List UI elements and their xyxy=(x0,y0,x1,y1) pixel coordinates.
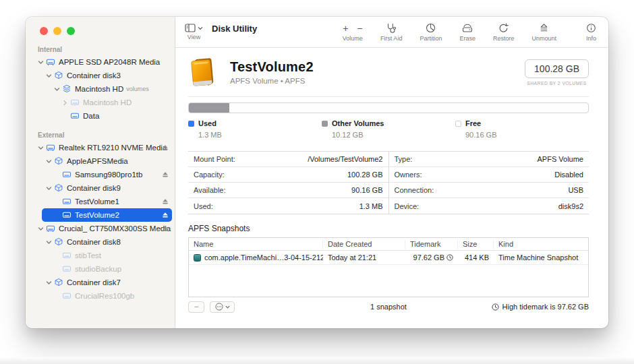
minimize-window-button[interactable] xyxy=(53,27,61,35)
remove-volume-button[interactable]: − xyxy=(357,23,362,34)
sidebar-item-realtek-media[interactable]: Realtek RTL9210 NVME Media xyxy=(26,141,175,154)
eject-icon[interactable] xyxy=(162,171,169,178)
sidebar-item-testvolume1[interactable]: TestVolume1 xyxy=(26,195,175,208)
detail-row: Owners:Disabled xyxy=(389,167,589,183)
sidebar-item-label: TestVolume2 xyxy=(75,211,119,219)
sidebar-item-crucial-media[interactable]: Crucial_ CT750MX300SS Media xyxy=(26,222,175,235)
volume-size-badge: 100.28 GB xyxy=(525,59,589,78)
section-label-external: External xyxy=(26,129,175,141)
usage-legend: Used 1.3 MB Other Volumes 10.12 GB Free … xyxy=(188,119,589,139)
sidebar-item-macintosh-hd-system[interactable]: Macintosh HD xyxy=(26,96,175,109)
other-volumes-swatch xyxy=(322,121,328,127)
desktop-edge xyxy=(0,357,634,364)
chevron-down-icon[interactable] xyxy=(46,239,52,245)
device-tree: Internal APPLE SSD AP2048R Media Contain… xyxy=(26,44,175,303)
disk-icon xyxy=(46,57,55,67)
column-header-kind[interactable]: Kind xyxy=(494,240,588,249)
add-volume-button[interactable]: + xyxy=(343,23,348,34)
detail-row: Available:90.16 GB xyxy=(188,183,388,198)
volume-subtitle: APFS Volume • APFS xyxy=(230,77,314,85)
legend-used: Used 1.3 MB xyxy=(188,119,322,139)
disk-icon xyxy=(62,291,71,301)
chevron-down-icon[interactable] xyxy=(46,158,52,164)
unmount-button[interactable]: Unmount xyxy=(531,23,556,42)
column-header-tidemark[interactable]: Tidemark xyxy=(405,240,458,249)
sidebar-item-label: Macintosh HD xyxy=(83,98,132,107)
view-button[interactable]: View xyxy=(185,24,203,40)
detail-row: Type:APFS Volume xyxy=(389,152,589,167)
chevron-down-icon[interactable] xyxy=(46,73,52,79)
sidebar-item-apple-ssd[interactable]: APPLE SSD AP2048R Media xyxy=(26,55,175,69)
sidebar-item-label: APPLE SSD AP2048R Media xyxy=(59,58,160,66)
first-aid-button[interactable]: First Aid xyxy=(380,23,403,42)
sidebar-item-label: Macintosh HD xyxy=(75,85,123,93)
disk-icon xyxy=(62,264,71,274)
container-icon xyxy=(54,156,63,166)
sidebar-item-label: Container disk3 xyxy=(67,71,121,80)
eject-icon[interactable] xyxy=(162,144,169,151)
chevron-down-icon[interactable] xyxy=(46,280,52,286)
chevron-down-icon[interactable] xyxy=(38,59,44,65)
eject-icon[interactable] xyxy=(162,198,169,205)
sidebar-item-label: AppleAPFSMedia xyxy=(67,157,128,165)
sidebar-item-samsung980pro1tb[interactable]: Samsung980pro1tb xyxy=(26,168,175,181)
sidebar-item-container-disk8[interactable]: Container disk8 xyxy=(26,235,175,249)
sidebar-item-label: Samsung980pro1tb xyxy=(75,171,142,179)
chevron-right-icon[interactable] xyxy=(62,100,68,106)
volume-group-icon xyxy=(62,84,71,94)
usage-bar xyxy=(188,102,589,113)
container-icon xyxy=(54,237,63,247)
sidebar-item-label: studioBackup xyxy=(75,265,121,273)
volume-title: TestVolume2 xyxy=(230,59,314,75)
container-icon xyxy=(54,278,63,287)
volumes-suffix: volumes xyxy=(126,86,149,92)
eject-icon[interactable] xyxy=(162,225,169,232)
close-window-button[interactable] xyxy=(40,27,48,35)
sidebar-item-appleapfsmedia[interactable]: AppleAPFSMedia xyxy=(26,154,175,168)
container-icon xyxy=(54,183,63,193)
chevron-down-icon[interactable] xyxy=(46,185,52,191)
disk-icon xyxy=(62,210,71,220)
partition-button[interactable]: Partition xyxy=(420,23,442,42)
volume-group-label: Volume xyxy=(343,35,363,42)
view-label: View xyxy=(188,34,200,40)
chevron-down-icon[interactable] xyxy=(38,226,44,232)
eject-icon[interactable] xyxy=(162,212,169,218)
sidebar-item-crucialres100gb[interactable]: CrucialRes100gb xyxy=(26,289,175,303)
sidebar-item-label: Crucial_ CT750MX300SS Media xyxy=(59,224,171,233)
sidebar-item-container-disk3[interactable]: Container disk3 xyxy=(26,69,175,82)
snapshot-row[interactable]: com.apple.TimeMachi…3-04-15-212139.local… xyxy=(189,251,588,265)
disk-icon xyxy=(62,197,71,206)
chevron-down-icon[interactable] xyxy=(54,86,60,92)
sidebar-item-data[interactable]: Data xyxy=(26,109,175,123)
sidebar-item-label: Container disk7 xyxy=(67,278,121,286)
sidebar-item-macintosh-hd-group[interactable]: Macintosh HD volumes xyxy=(26,82,175,96)
sidebar-item-studiobackup[interactable]: studioBackup xyxy=(26,262,175,276)
sidebar-item-testvolume2[interactable]: TestVolume2 xyxy=(26,208,175,222)
container-icon xyxy=(54,71,63,80)
disk-icon xyxy=(46,224,55,233)
traffic-lights xyxy=(40,27,75,35)
info-button[interactable]: Info xyxy=(586,23,596,42)
erase-button[interactable]: Erase xyxy=(459,23,476,42)
sidebar-item-label: stibTest xyxy=(75,251,101,260)
column-header-name[interactable]: Name xyxy=(189,240,323,249)
disk-icon xyxy=(70,98,80,107)
restore-button[interactable]: Restore xyxy=(493,23,515,42)
column-header-date-created[interactable]: Date Created xyxy=(323,240,405,249)
zoom-window-button[interactable] xyxy=(67,27,75,35)
info-icon xyxy=(586,23,596,33)
legend-free: Free 90.16 GB xyxy=(455,119,589,139)
sidebar: Internal APPLE SSD AP2048R Media Contain… xyxy=(26,17,175,328)
sidebar-item-container-disk9[interactable]: Container disk9 xyxy=(26,181,175,195)
window-title: Disk Utility xyxy=(212,24,257,34)
chevron-down-icon[interactable] xyxy=(38,145,44,151)
sidebar-item-stibtest[interactable]: stibTest xyxy=(26,249,175,262)
high-tidemark-note: High tidemark is 97.62 GB xyxy=(488,303,589,311)
column-header-size[interactable]: Size xyxy=(458,240,494,249)
disk-icon xyxy=(46,143,55,152)
snapshots-table-header: Name Date Created Tidemark Size Kind xyxy=(189,238,588,251)
unmount-icon xyxy=(539,23,549,33)
restore-icon xyxy=(498,23,509,33)
sidebar-item-container-disk7[interactable]: Container disk7 xyxy=(26,276,175,289)
